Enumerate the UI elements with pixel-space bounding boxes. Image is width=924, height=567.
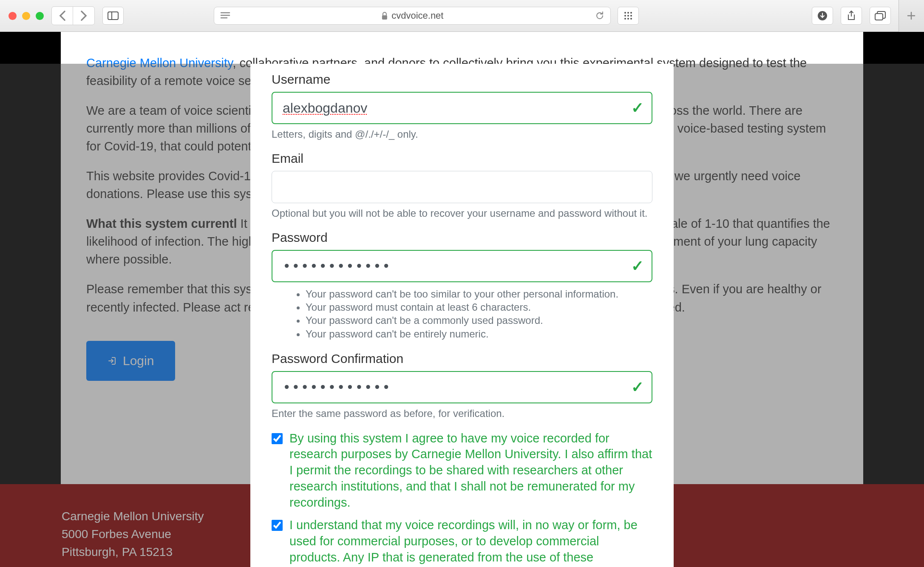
svg-point-7 — [627, 12, 629, 14]
back-button[interactable] — [52, 7, 73, 25]
show-all-tabs-button[interactable] — [618, 7, 639, 25]
agree-checkbox-1[interactable] — [272, 433, 283, 444]
sidebar-icon — [108, 11, 119, 20]
password-confirm-input[interactable] — [272, 371, 652, 403]
check-icon: ✓ — [631, 378, 644, 396]
svg-rect-5 — [382, 15, 387, 20]
sidebar-button[interactable] — [102, 7, 124, 25]
reader-button[interactable] — [220, 12, 230, 20]
password-rule: Your password can't be a commonly used p… — [306, 314, 652, 327]
svg-point-12 — [624, 18, 626, 20]
reload-icon — [595, 11, 604, 21]
password-confirm-label: Password Confirmation — [272, 352, 652, 366]
svg-rect-16 — [875, 14, 883, 20]
password-rules-list: Your password can't be too similar to yo… — [272, 287, 652, 340]
share-icon — [847, 10, 856, 21]
minimize-window-button[interactable] — [22, 12, 30, 20]
download-icon — [817, 11, 828, 21]
tabs-button[interactable] — [870, 7, 891, 25]
reload-button[interactable] — [595, 11, 604, 21]
agree-label-2[interactable]: I understand that my voice recordings wi… — [289, 517, 652, 565]
email-help: Optional but you will not be able to rec… — [272, 207, 652, 219]
email-label: Email — [272, 151, 652, 166]
tabs-icon — [875, 11, 886, 20]
maximize-window-button[interactable] — [36, 12, 44, 20]
svg-point-11 — [630, 15, 632, 17]
reader-icon — [220, 12, 230, 20]
svg-point-8 — [630, 12, 632, 14]
check-icon: ✓ — [631, 257, 644, 275]
username-input[interactable] — [272, 92, 652, 124]
close-window-button[interactable] — [9, 12, 17, 20]
email-input[interactable] — [272, 171, 652, 203]
password-rule: Your password can't be too similar to yo… — [306, 287, 652, 301]
svg-point-10 — [627, 15, 629, 17]
chevron-left-icon — [59, 10, 66, 21]
forward-button[interactable] — [73, 7, 94, 25]
signup-modal: Username ✓ Letters, digits and @/./+/-/_… — [250, 64, 674, 567]
svg-point-9 — [624, 15, 626, 17]
agree-label-1[interactable]: By using this system I agree to have my … — [289, 431, 652, 510]
username-help: Letters, digits and @/./+/-/_ only. — [272, 128, 652, 140]
svg-point-6 — [624, 12, 626, 14]
svg-rect-0 — [108, 12, 118, 20]
grid-icon — [624, 11, 633, 20]
password-input[interactable] — [272, 250, 652, 282]
nav-button-group — [51, 6, 95, 25]
password-label: Password — [272, 230, 652, 245]
plus-icon — [906, 11, 916, 21]
address-bar[interactable]: cvdvoice.net — [214, 7, 611, 25]
lock-icon — [381, 11, 388, 20]
window-controls — [9, 12, 44, 20]
new-tab-button[interactable] — [898, 0, 924, 32]
browser-toolbar: cvdvoice.net — [0, 0, 924, 32]
svg-point-14 — [630, 18, 632, 20]
password-rule: Your password must contain at least 6 ch… — [306, 301, 652, 314]
chevron-right-icon — [80, 10, 88, 21]
share-button[interactable] — [841, 7, 862, 25]
agree-checkbox-2[interactable] — [272, 520, 283, 531]
modal-overlay[interactable]: Username ✓ Letters, digits and @/./+/-/_… — [0, 64, 924, 567]
password-rule: Your password can't be entirely numeric. — [306, 327, 652, 340]
downloads-button[interactable] — [812, 7, 833, 25]
password-confirm-help: Enter the same password as before, for v… — [272, 408, 652, 420]
check-icon: ✓ — [631, 99, 644, 117]
svg-point-13 — [627, 18, 629, 20]
url-text: cvdvoice.net — [391, 10, 443, 21]
username-label: Username — [272, 72, 652, 87]
